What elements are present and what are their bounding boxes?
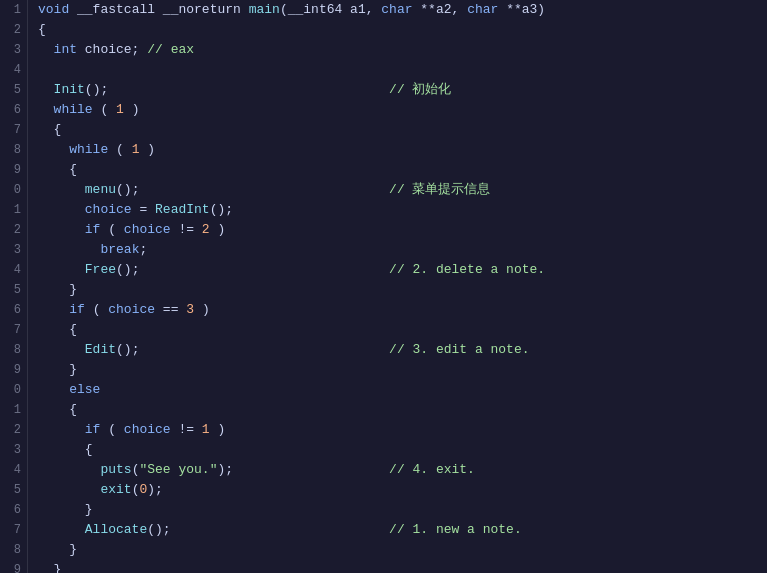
code-line-6: while ( 1 ) <box>38 100 767 120</box>
code-line-19: } <box>38 360 767 380</box>
code-line-27: Allocate(); // 1. new a note. <box>38 520 767 540</box>
code-line-13: break; <box>38 240 767 260</box>
code-line-4 <box>38 60 767 80</box>
code-line-1: void __fastcall __noreturn main(__int64 … <box>38 0 767 20</box>
code-editor: 1 2 3 4 5 6 7 8 9 0 1 2 3 4 5 6 7 8 9 0 … <box>0 0 767 573</box>
code-line-2: { <box>38 20 767 40</box>
code-line-20: else <box>38 380 767 400</box>
code-line-18: Edit(); // 3. edit a note. <box>38 340 767 360</box>
code-line-28: } <box>38 540 767 560</box>
code-line-17: { <box>38 320 767 340</box>
code-line-8: while ( 1 ) <box>38 140 767 160</box>
code-line-9: { <box>38 160 767 180</box>
code-line-14: Free(); // 2. delete a note. <box>38 260 767 280</box>
code-line-12: if ( choice != 2 ) <box>38 220 767 240</box>
code-line-7: { <box>38 120 767 140</box>
code-line-25: exit(0); <box>38 480 767 500</box>
code-line-11: choice = ReadInt(); <box>38 200 767 220</box>
line-numbers: 1 2 3 4 5 6 7 8 9 0 1 2 3 4 5 6 7 8 9 0 … <box>0 0 28 573</box>
code-line-15: } <box>38 280 767 300</box>
code-line-29: } <box>38 560 767 573</box>
code-line-5: Init(); // 初始化 <box>38 80 767 100</box>
code-line-24: puts("See you."); // 4. exit. <box>38 460 767 480</box>
code-line-22: if ( choice != 1 ) <box>38 420 767 440</box>
code-line-3: int choice; // eax <box>38 40 767 60</box>
code-content: void __fastcall __noreturn main(__int64 … <box>28 0 767 573</box>
code-line-26: } <box>38 500 767 520</box>
code-line-16: if ( choice == 3 ) <box>38 300 767 320</box>
code-line-10: menu(); // 菜单提示信息 <box>38 180 767 200</box>
code-line-23: { <box>38 440 767 460</box>
code-line-21: { <box>38 400 767 420</box>
